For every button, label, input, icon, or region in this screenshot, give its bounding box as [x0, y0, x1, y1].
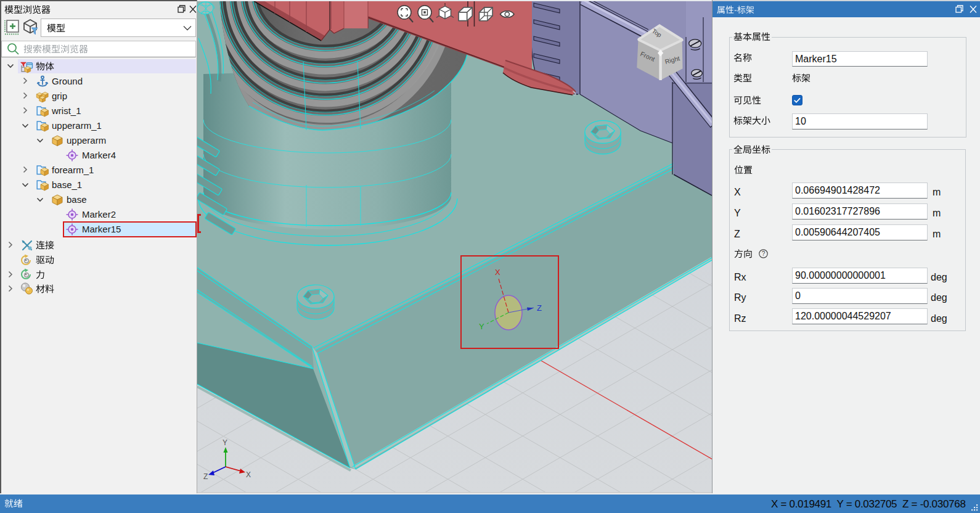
svg-text:?: ?	[762, 250, 766, 257]
svg-text:Z: Z	[203, 472, 208, 481]
svg-text:Z: Z	[537, 303, 542, 313]
svg-text:X: X	[495, 268, 500, 277]
svg-text:X: X	[246, 470, 251, 479]
svg-text:Y: Y	[479, 322, 484, 331]
svg-text:Y: Y	[223, 438, 227, 447]
